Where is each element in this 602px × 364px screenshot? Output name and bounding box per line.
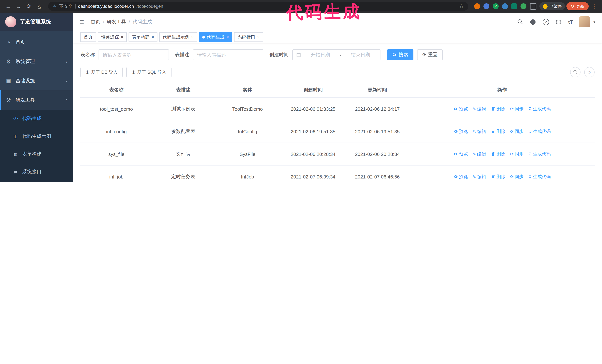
reset-button-label: 重置 [428, 52, 438, 58]
browser-home-button[interactable]: ⌂ [35, 2, 44, 11]
cell-updated-time: 2021-02-06 19:51:35 [345, 126, 409, 136]
sidebar-item-label: 代码生成 [22, 115, 42, 122]
extension-icon[interactable] [474, 3, 480, 9]
extension-icon[interactable] [484, 3, 489, 9]
import-db-button[interactable]: ↥ 基于 DB 导入 [80, 67, 123, 77]
generate-code-link[interactable]: ↧ 生成代码 [528, 151, 550, 157]
security-label[interactable]: 不安全 [59, 3, 73, 10]
start-date-placeholder[interactable]: 开始日期 [304, 52, 337, 58]
sync-link[interactable]: ⟳ 同步 [510, 106, 524, 112]
table-row: sys_file 文件表 SysFile 2021-02-06 20:28:34… [80, 143, 595, 166]
search-button[interactable]: 搜索 [387, 49, 413, 60]
edit-link[interactable]: ✎ 编辑 [473, 174, 486, 180]
sync-icon: ⟳ [510, 175, 514, 179]
cell-entity: InfJob [214, 172, 281, 182]
close-icon[interactable]: × [121, 35, 123, 39]
preview-link[interactable]: 预览 [453, 106, 468, 112]
edit-link[interactable]: ✎ 编辑 [473, 151, 486, 157]
tab-codegen-example[interactable]: 代码生成示例 × [159, 32, 197, 42]
extension-icon[interactable] [511, 3, 517, 9]
screen: 代码生成 ← → ⟳ ⌂ ⚠ 不安全 dashboard.yudao.iocod… [0, 0, 602, 182]
fullscreen-icon[interactable] [555, 19, 562, 25]
generate-code-link[interactable]: ↧ 生成代码 [528, 174, 550, 180]
refresh-icon: ⟳ [422, 52, 426, 57]
extension-icon[interactable] [502, 3, 508, 9]
browser-back-button[interactable]: ← [4, 2, 13, 11]
tab-system-api[interactable]: 系统接口 × [234, 32, 263, 42]
delete-link[interactable]: 删除 [491, 151, 505, 157]
reset-button[interactable]: ⟳ 重置 [417, 49, 443, 60]
sidebar-item-label: 首页 [16, 39, 25, 46]
breadcrumb-dev-tools[interactable]: 研发工具 [107, 19, 126, 25]
sidebar-item-infrastructure[interactable]: ▣ 基础设施 ∨ [0, 71, 73, 90]
bookmark-star-icon[interactable]: ☆ [459, 3, 464, 9]
sync-icon: ⟳ [510, 152, 514, 156]
delete-link[interactable]: 删除 [491, 106, 505, 112]
tab-tracing[interactable]: 链路追踪 × [98, 32, 127, 42]
extension-icon[interactable] [520, 3, 527, 9]
browser-update-button[interactable]: ⟳ 更新 [566, 2, 589, 10]
search-form: 表名称 表描述 创建时间 开始日期 - 结束日期 [80, 49, 595, 60]
tab-label: 系统接口 [237, 34, 255, 40]
preview-link[interactable]: 预览 [453, 151, 468, 157]
close-icon[interactable]: × [151, 35, 154, 39]
browser-menu-kebab-icon[interactable]: ⋮ [590, 3, 598, 9]
preview-link[interactable]: 预览 [453, 128, 468, 135]
toggle-search-button[interactable] [570, 67, 580, 77]
close-icon[interactable]: × [226, 35, 229, 39]
sidebar-item-codegen[interactable]: </> 代码生成 [0, 110, 73, 127]
table-name-input[interactable] [98, 49, 169, 60]
create-time-range-picker[interactable]: 开始日期 - 结束日期 [292, 49, 380, 60]
edit-link[interactable]: ✎ 编辑 [473, 128, 486, 135]
search-icon[interactable] [516, 19, 523, 25]
tab-form-builder[interactable]: 表单构建 × [129, 32, 157, 42]
refresh-table-button[interactable]: ⟳ [584, 67, 595, 77]
font-size-icon[interactable]: tT [568, 19, 573, 25]
import-sql-button[interactable]: ↥ 基于 SQL 导入 [127, 67, 172, 77]
sync-link[interactable]: ⟳ 同步 [510, 151, 524, 157]
browser-forward-button[interactable]: → [14, 2, 23, 11]
cell-created-time: 2021-02-07 06:39:34 [281, 172, 345, 182]
sidebar-item-dev-tools[interactable]: ⚒ 研发工具 ∧ [0, 90, 73, 110]
breadcrumb-home[interactable]: 首页 [91, 19, 100, 25]
edit-link[interactable]: ✎ 编辑 [473, 106, 486, 112]
sidebar-item-system-api[interactable]: ⇄ 系统接口 [0, 163, 73, 181]
paused-badge[interactable]: 已暂停 [539, 2, 565, 10]
tab-label: 链路追踪 [101, 34, 119, 40]
close-icon[interactable]: × [191, 35, 194, 39]
generate-code-link[interactable]: ↧ 生成代码 [528, 106, 550, 112]
address-bar[interactable]: ⚠ 不安全 dashboard.yudao.iocoder.cn/tool/co… [48, 2, 468, 11]
avatar[interactable] [579, 16, 590, 27]
avatar-caret-icon[interactable]: ▾ [593, 20, 595, 24]
delete-link[interactable]: 删除 [491, 174, 505, 180]
tab-codegen[interactable]: 代码生成 × [199, 32, 232, 42]
help-icon[interactable]: ? [543, 19, 549, 25]
trash-icon [491, 107, 495, 111]
extensions-puzzle-icon[interactable] [530, 3, 537, 10]
github-icon[interactable] [530, 19, 536, 25]
sidebar-item-home[interactable]: ◔ 首页 [0, 32, 73, 52]
edit-pencil-icon: ✎ [473, 152, 476, 156]
tab-home[interactable]: 首页 [80, 32, 96, 42]
hamburger-icon[interactable]: ≡ [80, 18, 84, 26]
browser-reload-button[interactable]: ⟳ [24, 2, 33, 11]
delete-link[interactable]: 删除 [491, 128, 505, 135]
column-header-created: 创建时间 [281, 84, 345, 95]
sidebar-item-system-management[interactable]: ⚙ 系统管理 ∨ [0, 52, 73, 71]
sync-link[interactable]: ⟳ 同步 [510, 128, 524, 135]
sidebar-item-form-builder[interactable]: ▦ 表单构建 [0, 145, 73, 163]
end-date-placeholder[interactable]: 结束日期 [344, 52, 377, 58]
codegen-table: 表名称 表描述 实体 创建时间 更新时间 操作 tool_test_demo 测… [80, 83, 595, 182]
cell-table-name: inf_config [80, 126, 152, 136]
row-actions: 预览 ✎ 编辑 删除 [409, 149, 595, 159]
sync-link[interactable]: ⟳ 同步 [510, 174, 524, 180]
sidebar-logo[interactable]: 芋道管理系统 [0, 13, 73, 31]
sync-icon: ⟳ [510, 129, 514, 134]
sidebar-item-codegen-example[interactable]: ◫ 代码生成示例 [0, 127, 73, 145]
sidebar-item-db-doc[interactable]: ▥ 数据库文档 [0, 181, 73, 182]
close-icon[interactable]: × [257, 35, 260, 39]
preview-link[interactable]: 预览 [453, 174, 468, 180]
generate-code-link[interactable]: ↧ 生成代码 [528, 128, 550, 135]
extension-icon[interactable]: V [493, 3, 499, 9]
table-desc-input[interactable] [193, 49, 263, 60]
